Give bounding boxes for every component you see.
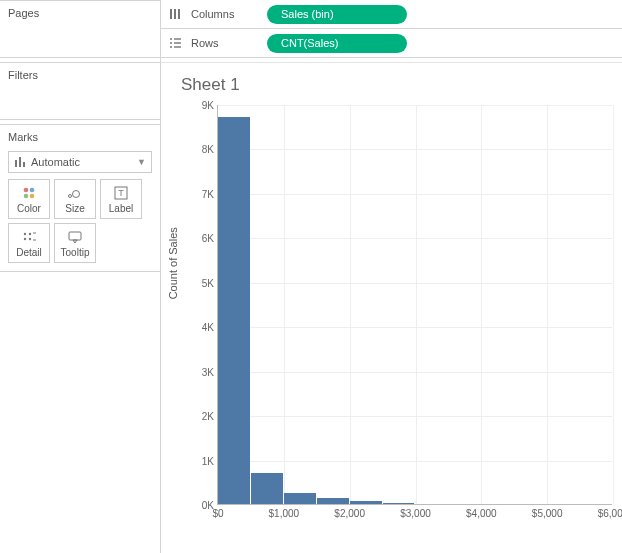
rows-pill[interactable]: CNT(Sales): [267, 34, 407, 53]
automatic-icon: [13, 156, 27, 168]
sheet-title[interactable]: Sheet 1: [181, 75, 612, 95]
svg-rect-0: [15, 160, 17, 167]
size-icon: [67, 185, 83, 201]
size-button[interactable]: Size: [54, 179, 96, 219]
svg-point-7: [69, 194, 72, 197]
svg-rect-2: [23, 162, 25, 167]
svg-point-5: [24, 193, 29, 198]
svg-rect-1: [19, 157, 21, 167]
gridline-v: [350, 105, 351, 504]
rows-icon: [167, 37, 183, 49]
svg-rect-22: [174, 38, 181, 39]
plot-area[interactable]: 0K1K2K3K4K5K6K7K8K9K$0$1,000$2,000$3,000…: [217, 105, 612, 505]
main-area: Columns Sales (bin) Rows CNT(Sales) Shee…: [161, 0, 622, 553]
gridline-v: [284, 105, 285, 504]
color-icon: [22, 185, 36, 201]
gridline-v: [547, 105, 548, 504]
y-tick-label: 3K: [202, 366, 218, 377]
y-tick-label: 9K: [202, 100, 218, 111]
svg-rect-24: [174, 42, 181, 43]
svg-point-3: [24, 187, 29, 192]
mark-type-label: Automatic: [27, 156, 137, 168]
svg-point-13: [24, 237, 26, 239]
svg-point-21: [170, 38, 172, 40]
gridline-v: [613, 105, 614, 504]
filters-title: Filters: [0, 63, 160, 87]
svg-point-11: [24, 232, 26, 234]
y-tick-label: 2K: [202, 411, 218, 422]
columns-shelf[interactable]: Columns Sales (bin): [161, 0, 622, 29]
marks-title: Marks: [0, 125, 160, 149]
rows-pill-text: CNT(Sales): [281, 37, 338, 49]
y-tick-label: 6K: [202, 233, 218, 244]
y-tick-label: 8K: [202, 144, 218, 155]
x-tick-label: $6,000: [598, 504, 622, 519]
tooltip-label: Tooltip: [61, 247, 90, 258]
detail-label: Detail: [16, 247, 42, 258]
label-button[interactable]: T Label: [100, 179, 142, 219]
bar[interactable]: [350, 501, 382, 504]
filters-card[interactable]: Filters: [0, 62, 160, 120]
bar[interactable]: [218, 117, 250, 504]
detail-icon: [22, 229, 36, 245]
bar[interactable]: [383, 503, 415, 504]
label-icon: T: [114, 185, 128, 201]
columns-icon: [167, 8, 183, 20]
color-button[interactable]: Color: [8, 179, 50, 219]
label-label: Label: [109, 203, 133, 214]
mark-type-dropdown[interactable]: Automatic ▼: [8, 151, 152, 173]
svg-rect-18: [170, 9, 172, 19]
chevron-down-icon: ▼: [137, 157, 147, 167]
gridline-v: [416, 105, 417, 504]
svg-point-6: [30, 193, 35, 198]
rows-label: Rows: [191, 37, 259, 49]
columns-pill-text: Sales (bin): [281, 8, 334, 20]
svg-point-8: [73, 190, 80, 197]
chart: Count of Sales 0K1K2K3K4K5K6K7K8K9K$0$1,…: [171, 101, 612, 541]
detail-button[interactable]: Detail: [8, 223, 50, 263]
svg-point-25: [170, 46, 172, 48]
y-tick-label: 5K: [202, 277, 218, 288]
size-label: Size: [65, 203, 84, 214]
x-tick-label: $5,000: [532, 504, 563, 519]
x-tick-label: $1,000: [269, 504, 300, 519]
y-tick-label: 1K: [202, 455, 218, 466]
svg-text:T: T: [118, 188, 124, 198]
tooltip-icon: [68, 229, 82, 245]
gridline-v: [481, 105, 482, 504]
svg-point-12: [29, 232, 31, 234]
color-label: Color: [17, 203, 41, 214]
y-tick-label: 4K: [202, 322, 218, 333]
columns-label: Columns: [191, 8, 259, 20]
x-tick-label: $4,000: [466, 504, 497, 519]
x-tick-label: $0: [212, 504, 223, 519]
tooltip-button[interactable]: Tooltip: [54, 223, 96, 263]
bar[interactable]: [251, 473, 283, 504]
pages-card[interactable]: Pages: [0, 0, 160, 58]
x-tick-label: $3,000: [400, 504, 431, 519]
rows-shelf[interactable]: Rows CNT(Sales): [161, 29, 622, 58]
bar[interactable]: [284, 493, 316, 504]
side-panel: Pages Filters Marks Automatic ▼ Color: [0, 0, 161, 553]
y-axis-title[interactable]: Count of Sales: [167, 227, 179, 299]
svg-point-23: [170, 42, 172, 44]
y-tick-label: 7K: [202, 188, 218, 199]
columns-pill[interactable]: Sales (bin): [267, 5, 407, 24]
viz-area: Sheet 1 Count of Sales 0K1K2K3K4K5K6K7K8…: [161, 62, 622, 553]
x-tick-label: $2,000: [334, 504, 365, 519]
svg-rect-20: [178, 9, 180, 19]
svg-rect-26: [174, 46, 181, 47]
svg-point-14: [29, 237, 31, 239]
svg-rect-19: [174, 9, 176, 19]
mark-buttons-grid: Color Size T Label: [0, 179, 160, 271]
svg-point-4: [30, 187, 35, 192]
marks-card: Marks Automatic ▼ Color: [0, 124, 160, 272]
bar[interactable]: [317, 498, 349, 504]
pages-title: Pages: [0, 1, 160, 25]
svg-rect-17: [69, 232, 81, 240]
